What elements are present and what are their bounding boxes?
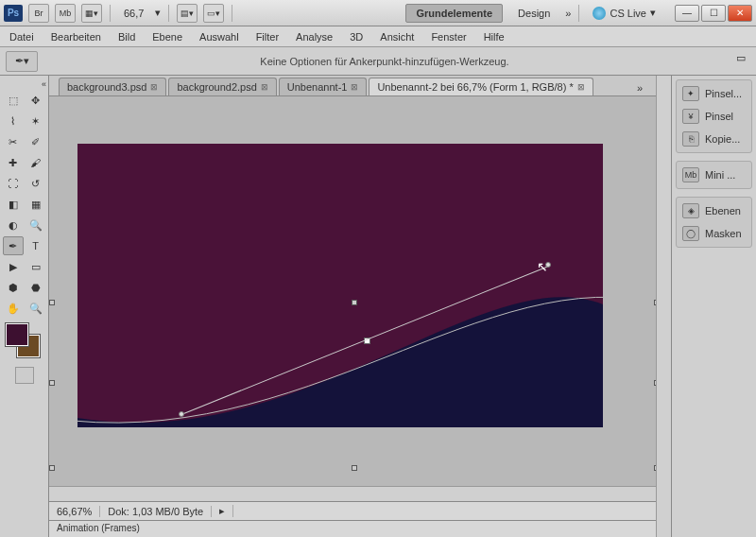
marquee-tool[interactable]: ✥ [26,91,46,110]
quickmask-button[interactable] [15,367,34,384]
tab-background2[interactable]: background2.psd⊠ [168,78,276,95]
option-message: Keine Optionen für Ankerpunkt-hinzufügen… [38,56,731,67]
workspace-design[interactable]: Design [508,5,559,22]
tab-background3[interactable]: background3.psd⊠ [59,78,166,95]
type-tool[interactable]: T [26,236,46,255]
animation-panel-tab[interactable]: Animation (Frames) [49,520,656,537]
lasso-tool[interactable]: ⌇ [3,112,24,130]
maximize-button[interactable]: ☐ [701,5,726,22]
brush-preset-icon: ✦ [682,86,699,101]
dodge-tool[interactable]: 🔍 [26,216,46,234]
menu-3d[interactable]: 3D [350,31,363,43]
option-current-tool[interactable]: ✒▾ [6,51,38,72]
canvas-viewport[interactable]: ↖ [49,96,656,486]
blur-tool[interactable]: ◐ [3,216,24,234]
eraser-tool[interactable]: ◧ [3,195,24,214]
bbox-handle[interactable] [654,300,656,305]
screen-mode-button[interactable]: ▦▾ [81,4,102,23]
bbox-handle[interactable] [49,465,55,471]
tab-unbenannt1[interactable]: Unbenannt-1⊠ [279,78,368,95]
menu-bearbeiten[interactable]: Bearbeiten [51,31,101,43]
close-icon[interactable]: ⊠ [261,82,268,92]
3d-camera-tool[interactable]: ⬣ [26,278,46,297]
status-docsize[interactable]: Dok: 1,03 MB/0 Byte [100,506,212,517]
close-button[interactable]: ✕ [728,5,752,22]
crop-tool[interactable]: ✂ [3,132,24,151]
menu-bar: Datei Bearbeiten Bild Ebene Auswahl Filt… [0,26,756,47]
menu-datei[interactable]: Datei [9,31,34,43]
masks-icon: ◯ [682,226,699,241]
toolbox-collapse[interactable]: « [42,79,46,89]
canvas[interactable] [77,144,603,427]
panel-dock: ✦Pinsel... ¥Pinsel ⎘Kopie... MbMini ... … [671,76,756,537]
bbox-handle[interactable] [49,300,55,305]
workspace-more[interactable]: » [565,8,571,19]
panel-ebenen[interactable]: ◈Ebenen [679,199,749,222]
bbox-handle[interactable] [352,465,357,471]
cursor-icon: ↖ [537,259,548,274]
status-arrow[interactable]: ▸ [212,505,233,517]
shape-tool[interactable]: ▭ [26,257,46,276]
arrange-button[interactable]: ▤▾ [177,4,198,23]
stamp-tool[interactable]: ⛶ [3,174,24,193]
pen-tool[interactable]: ✒ [3,236,24,255]
option-panel-toggle[interactable]: ▭ [731,52,750,71]
menu-hilfe[interactable]: Hilfe [484,31,505,43]
zoom-tool[interactable]: 🔍 [26,299,46,318]
panel-pinselvorgaben[interactable]: ✦Pinsel... [679,82,749,105]
minibridge-button[interactable]: Mb [55,4,76,23]
menu-ebene[interactable]: Ebene [152,31,182,43]
close-icon[interactable]: ⊠ [351,82,358,92]
menu-fenster[interactable]: Fenster [431,31,466,43]
layers-icon: ◈ [682,203,699,218]
tabs-overflow[interactable]: » [629,80,650,95]
vertical-scrollbar[interactable] [656,76,671,537]
app-logo: Ps [4,5,23,22]
bbox-handle[interactable] [654,465,656,471]
brush-tool[interactable]: 🖌 [26,153,46,172]
minimize-button[interactable]: — [675,5,699,22]
document-tabs: background3.psd⊠ background2.psd⊠ Unbena… [49,76,656,96]
3d-tool[interactable]: ⬢ [3,278,24,297]
menu-filter[interactable]: Filter [256,31,279,43]
menu-auswahl[interactable]: Auswahl [199,31,239,43]
toolbox: « ⬚✥ ⌇✶ ✂✐ ✚🖌 ⛶↺ ◧▦ ◐🔍 ✒T ▶▭ ⬢⬣ ✋🔍 [0,76,49,537]
fg-color[interactable] [6,323,28,346]
color-swatches[interactable] [6,323,43,361]
zoom-value[interactable]: 66,7 [118,8,149,19]
eyedropper-tool[interactable]: ✐ [26,132,46,151]
panel-pinsel[interactable]: ¥Pinsel [679,105,749,128]
status-bar: 66,67% Dok: 1,03 MB/0 Byte ▸ [49,501,656,520]
history-brush-tool[interactable]: ↺ [26,174,46,193]
menu-bild[interactable]: Bild [118,31,135,43]
hand-tool[interactable]: ✋ [3,299,24,318]
move-tool[interactable]: ⬚ [3,91,24,110]
heal-tool[interactable]: ✚ [3,153,24,172]
close-icon[interactable]: ⊠ [577,82,585,92]
gradient-tool[interactable]: ▦ [26,195,46,214]
menu-ansicht[interactable]: Ansicht [380,31,414,43]
bridge-button[interactable]: Br [28,4,49,23]
horizontal-scrollbar[interactable] [49,486,656,501]
bbox-handle[interactable] [352,300,357,305]
tab-unbenannt2[interactable]: Unbenannt-2 bei 66,7% (Form 1, RGB/8) *⊠ [369,78,593,95]
brush-icon: ¥ [682,109,699,124]
extras-button[interactable]: ▭▾ [203,4,224,23]
minibridge-icon: Mb [682,167,699,182]
status-zoom[interactable]: 66,67% [49,506,100,517]
panel-minibridge[interactable]: MbMini ... [679,164,749,186]
wand-tool[interactable]: ✶ [26,112,46,130]
panel-kopierquelle[interactable]: ⎘Kopie... [679,128,749,150]
bbox-handle[interactable] [654,380,656,386]
bbox-handle[interactable] [49,380,55,386]
cslive-button[interactable]: CS Live▾ [587,7,662,20]
close-icon[interactable]: ⊠ [150,82,158,92]
cslive-icon [593,7,606,20]
menu-analyse[interactable]: Analyse [296,31,333,43]
control-point[interactable] [179,411,184,417]
workspace-grundelemente[interactable]: Grundelemente [405,4,503,23]
path-select-tool[interactable]: ▶ [3,257,24,276]
panel-masken[interactable]: ◯Masken [679,222,749,245]
clone-icon: ⎘ [682,131,699,147]
